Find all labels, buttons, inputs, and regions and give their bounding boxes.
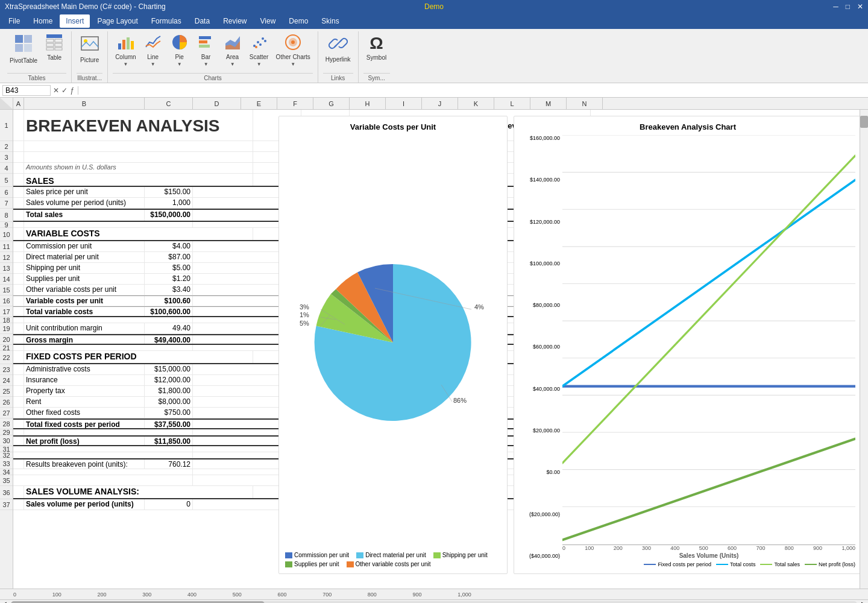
cell-b18[interactable]: [24, 317, 193, 323]
confirm-formula-button[interactable]: ✓: [61, 86, 68, 95]
cell-b27[interactable]: Other fixed costs: [24, 408, 145, 418]
menu-view[interactable]: View: [254, 14, 282, 28]
cell-b10[interactable]: VARIABLE COSTS: [24, 228, 253, 240]
cell-b24[interactable]: Insurance: [24, 375, 145, 385]
cell-b26[interactable]: Rent: [24, 397, 145, 407]
cell-b3[interactable]: [24, 152, 253, 162]
cell-a7[interactable]: [13, 198, 24, 208]
cell-c23[interactable]: $15,000.00: [145, 364, 193, 374]
cell-b28[interactable]: Total fixed costs per period: [24, 420, 145, 428]
col-header-b[interactable]: B: [24, 98, 145, 109]
col-header-i[interactable]: I: [386, 98, 422, 109]
cell-b20[interactable]: Gross margin: [24, 335, 145, 344]
table-button[interactable]: Table: [42, 33, 66, 62]
cell-c28[interactable]: $37,550.00: [145, 420, 193, 428]
cell-b34[interactable]: [13, 469, 193, 475]
h-scroll-right[interactable]: ▶: [860, 601, 868, 603]
cell-a37[interactable]: [13, 499, 24, 510]
cell-c20[interactable]: $49,400.00: [145, 335, 193, 344]
col-header-g[interactable]: G: [313, 98, 350, 109]
cell-a3[interactable]: [13, 152, 24, 162]
line-chart-button[interactable]: Line ▼: [141, 33, 165, 68]
cell-b21[interactable]: [24, 345, 193, 350]
bar-chart-button[interactable]: Bar ▼: [194, 33, 218, 68]
cell-b12[interactable]: Direct material per unit: [24, 252, 145, 262]
cell-c26[interactable]: $8,000.00: [145, 397, 193, 407]
cell-a27[interactable]: [13, 408, 24, 418]
menu-skins[interactable]: Skins: [315, 14, 345, 28]
cell-a6[interactable]: [13, 187, 24, 197]
cell-b2[interactable]: [24, 141, 253, 151]
cell-a13[interactable]: [13, 263, 24, 273]
cell-b4[interactable]: Amounts shown in U.S. dollars: [24, 163, 253, 173]
picture-button[interactable]: Picture: [78, 33, 102, 65]
cell-c15[interactable]: $3.40: [145, 285, 193, 295]
cell-a24[interactable]: [13, 375, 24, 385]
h-scroll-left[interactable]: ◀: [0, 601, 8, 603]
cell-a4[interactable]: [13, 163, 24, 173]
cell-c17[interactable]: $100,600.00: [145, 307, 193, 316]
cell-b5[interactable]: SALES: [24, 174, 253, 186]
scatter-chart-button[interactable]: Scatter ▼: [247, 33, 271, 68]
col-header-k[interactable]: K: [458, 98, 494, 109]
pie-chart-button[interactable]: Pie ▼: [168, 33, 192, 68]
cell-c19[interactable]: 49.40: [145, 323, 193, 333]
area-chart-button[interactable]: Area ▼: [221, 33, 245, 68]
cell-c11[interactable]: $4.00: [145, 241, 193, 251]
v-scroll-thumb[interactable]: [860, 116, 868, 128]
cell-c13[interactable]: $5.00: [145, 263, 193, 273]
minimize-button[interactable]: ─: [833, 2, 838, 11]
column-chart-button[interactable]: Column ▼: [113, 33, 138, 68]
cell-c25[interactable]: $1,800.00: [145, 386, 193, 396]
cell-a30[interactable]: [13, 437, 24, 445]
col-header-f[interactable]: F: [277, 98, 313, 109]
cell-a18[interactable]: [13, 317, 24, 323]
cell-a33[interactable]: [13, 459, 24, 469]
col-header-h[interactable]: H: [350, 98, 386, 109]
hyperlink-button[interactable]: Hyperlink: [323, 33, 353, 64]
cell-a12[interactable]: [13, 252, 24, 262]
cell-a14[interactable]: [13, 274, 24, 284]
cell-b15[interactable]: Other variable costs per unit: [24, 285, 145, 295]
col-header-j[interactable]: J: [422, 98, 458, 109]
cell-c27[interactable]: $750.00: [145, 408, 193, 418]
col-header-c[interactable]: C: [145, 98, 193, 109]
cell-a28[interactable]: [13, 420, 24, 428]
cell-a21[interactable]: [13, 345, 24, 350]
col-header-m[interactable]: M: [530, 98, 567, 109]
pivottable-button[interactable]: PivotTable: [7, 33, 40, 65]
close-button[interactable]: ✕: [857, 2, 863, 11]
symbol-button[interactable]: Ω Symbol: [364, 33, 389, 62]
menu-file[interactable]: File: [2, 14, 26, 28]
menu-page-layout[interactable]: Page Layout: [91, 14, 143, 28]
cell-a25[interactable]: [13, 386, 24, 396]
cell-b14[interactable]: Supplies per unit: [24, 274, 145, 284]
cell-a20[interactable]: [13, 335, 24, 344]
cell-a11[interactable]: [13, 241, 24, 251]
other-charts-button[interactable]: Other Charts ▼: [274, 33, 313, 68]
cell-c16[interactable]: $100.60: [145, 296, 193, 306]
cell-a10[interactable]: [13, 228, 24, 240]
cell-b16[interactable]: Variable costs per unit: [24, 296, 145, 306]
cell-c30[interactable]: $11,850.00: [145, 437, 193, 445]
cell-c33[interactable]: 760.12: [145, 459, 193, 469]
menu-data[interactable]: Data: [189, 14, 216, 28]
cell-c7[interactable]: 1,000: [145, 198, 193, 208]
cell-a36[interactable]: [13, 486, 24, 498]
cell-a26[interactable]: [13, 397, 24, 407]
name-box[interactable]: [2, 85, 51, 96]
cell-a1[interactable]: [13, 110, 24, 141]
cell-b22[interactable]: FIXED COSTS PER PERIOD: [24, 351, 253, 363]
cell-c6[interactable]: $150.00: [145, 187, 193, 197]
menu-review[interactable]: Review: [217, 14, 253, 28]
col-header-d[interactable]: D: [193, 98, 241, 109]
h-scroll-thumb[interactable]: [11, 601, 265, 604]
cell-a19[interactable]: [13, 323, 24, 333]
cell-b36[interactable]: SALES VOLUME ANALYSIS:: [24, 486, 253, 498]
menu-home[interactable]: Home: [27, 14, 58, 28]
menu-insert[interactable]: Insert: [60, 14, 90, 28]
cell-a16[interactable]: [13, 296, 24, 306]
cell-a9[interactable]: [13, 222, 24, 227]
cell-b1[interactable]: BREAKEVEN ANALYSIS: [24, 110, 253, 141]
cell-b7[interactable]: Sales volume per period (units): [24, 198, 145, 208]
